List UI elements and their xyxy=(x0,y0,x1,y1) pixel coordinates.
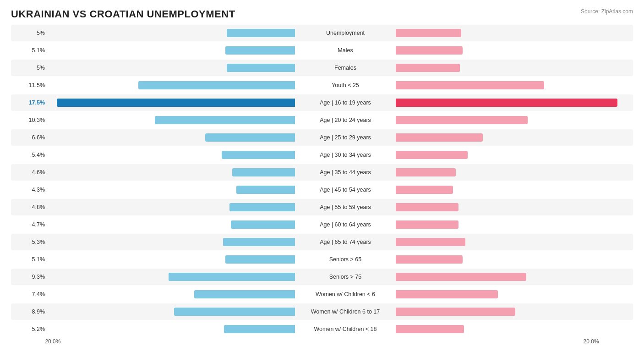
chart-row: 4.6% Age | 35 to 44 years 4.4% xyxy=(11,164,633,181)
chart-row: 10.3% Age | 20 to 24 years 9.7% xyxy=(11,112,633,128)
chart-row: 4.3% Age | 45 to 54 years 4.2% xyxy=(11,182,633,198)
left-value: 6.6% xyxy=(11,134,48,141)
right-bar-wrap xyxy=(396,255,643,264)
left-value: 5.1% xyxy=(11,47,48,54)
left-bar xyxy=(227,29,295,37)
left-bar-wrap xyxy=(48,220,295,229)
left-bar xyxy=(174,308,295,316)
right-bar-wrap xyxy=(396,290,643,298)
chart-row: 5.1% Seniors > 65 4.9% xyxy=(11,251,633,268)
left-value: 9.3% xyxy=(11,274,48,280)
right-bar xyxy=(396,81,544,89)
left-bar xyxy=(224,325,295,333)
chart-row: 5% Females 4.7% xyxy=(11,60,633,76)
left-bar-wrap xyxy=(48,186,295,194)
right-bar-wrap xyxy=(396,29,643,37)
chart-container: UKRAINIAN VS CROATIAN UNEMPLOYMENT Sourc… xyxy=(0,0,644,347)
chart-row: 5% Unemployment 4.8% xyxy=(11,25,633,41)
right-bar xyxy=(396,220,458,229)
left-bar-wrap xyxy=(48,255,295,264)
left-bar xyxy=(227,64,295,72)
left-bar-wrap xyxy=(48,203,295,211)
right-bar-wrap xyxy=(396,308,643,316)
row-label: Age | 16 to 19 years xyxy=(295,99,396,106)
chart-row: 4.8% Age | 55 to 59 years 4.6% xyxy=(11,199,633,215)
chart-row: 11.5% Youth < 25 10.9% xyxy=(11,77,633,94)
left-bar xyxy=(169,273,295,281)
row-label: Age | 60 to 64 years xyxy=(295,221,396,228)
right-bar-wrap xyxy=(396,168,643,176)
right-bar xyxy=(396,325,464,333)
chart-row: 17.5% Age | 16 to 19 years 16.3% xyxy=(11,94,633,111)
left-value: 17.5% xyxy=(11,99,48,106)
right-bar-wrap xyxy=(396,186,643,194)
row-label: Age | 35 to 44 years xyxy=(295,169,396,176)
left-bar-wrap xyxy=(48,99,295,107)
left-bar xyxy=(223,238,295,246)
left-value: 8.9% xyxy=(11,308,48,315)
right-bar xyxy=(396,46,463,55)
row-label: Women w/ Children 6 to 17 xyxy=(295,308,396,315)
left-value: 5.3% xyxy=(11,239,48,245)
left-bar-wrap xyxy=(48,325,295,333)
right-bar xyxy=(396,29,461,37)
left-bar xyxy=(194,290,295,298)
left-bar-wrap xyxy=(48,151,295,159)
left-value: 10.3% xyxy=(11,117,48,123)
row-label: Seniors > 75 xyxy=(295,274,396,280)
right-bar xyxy=(396,238,465,246)
left-bar-wrap xyxy=(48,308,295,316)
right-bar-wrap xyxy=(396,151,643,159)
left-value: 4.7% xyxy=(11,221,48,228)
right-bar-wrap xyxy=(396,238,643,246)
chart-row: 5.4% Age | 30 to 34 years 5.3% xyxy=(11,147,633,163)
row-label: Age | 45 to 54 years xyxy=(295,187,396,193)
left-value: 5.2% xyxy=(11,326,48,332)
left-bar xyxy=(225,46,295,55)
left-bar-wrap xyxy=(48,133,295,142)
chart-row: 5.2% Women w/ Children < 18 5% xyxy=(11,321,633,337)
right-bar-wrap xyxy=(396,203,643,211)
left-bar-wrap xyxy=(48,290,295,298)
left-bar-wrap xyxy=(48,46,295,55)
left-value: 5% xyxy=(11,30,48,36)
right-bar xyxy=(396,116,528,124)
row-label: Age | 20 to 24 years xyxy=(295,117,396,123)
right-bar xyxy=(396,273,526,281)
right-bar-wrap xyxy=(396,116,643,124)
left-bar xyxy=(222,151,295,159)
left-bar xyxy=(155,116,295,124)
row-label: Age | 30 to 34 years xyxy=(295,152,396,158)
left-bar xyxy=(225,255,295,264)
left-bar xyxy=(232,168,295,176)
left-value: 7.4% xyxy=(11,291,48,297)
row-label: Males xyxy=(295,47,396,54)
row-label: Seniors > 65 xyxy=(295,256,396,263)
left-bar-wrap xyxy=(48,238,295,246)
right-bar xyxy=(396,133,483,142)
left-value: 5% xyxy=(11,65,48,71)
right-bar-wrap xyxy=(396,64,643,72)
axis-left-label: 20.0% xyxy=(45,338,275,345)
left-bar-wrap xyxy=(48,29,295,37)
row-label: Unemployment xyxy=(295,30,396,36)
chart-row: 7.4% Women w/ Children < 6 7.5% xyxy=(11,286,633,303)
chart-row: 6.6% Age | 25 to 29 years 6.4% xyxy=(11,129,633,146)
row-label: Women w/ Children < 6 xyxy=(295,291,396,297)
chart-row: 5.1% Males 4.9% xyxy=(11,42,633,59)
chart-row: 8.9% Women w/ Children 6 to 17 8.8% xyxy=(11,303,633,320)
right-bar-wrap xyxy=(396,220,643,229)
right-bar xyxy=(396,186,453,194)
left-value: 4.6% xyxy=(11,169,48,176)
chart-area: 5% Unemployment 4.8% 5.1% Males 4.9% 5% … xyxy=(11,25,633,337)
row-label: Age | 65 to 74 years xyxy=(295,239,396,245)
right-bar xyxy=(396,308,515,316)
right-bar xyxy=(396,64,460,72)
row-label: Age | 55 to 59 years xyxy=(295,204,396,210)
right-bar-wrap xyxy=(396,46,643,55)
left-bar xyxy=(229,203,295,211)
left-value: 11.5% xyxy=(11,82,48,88)
left-bar-wrap xyxy=(48,64,295,72)
right-bar-wrap xyxy=(396,133,643,142)
left-bar-wrap xyxy=(48,116,295,124)
